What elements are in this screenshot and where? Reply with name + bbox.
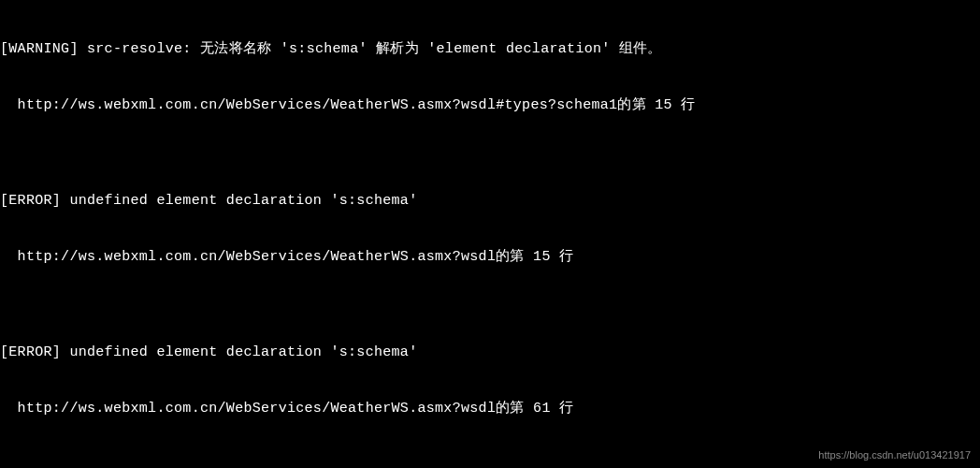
log-line: [ERROR] undefined element declaration 's…	[0, 192, 980, 211]
log-line: [ERROR] undefined element declaration 's…	[0, 344, 980, 362]
log-line: http://ws.webxml.com.cn/WebServices/Weat…	[0, 400, 980, 418]
log-line: http://ws.webxml.com.cn/WebServices/Weat…	[0, 248, 980, 267]
log-line: http://ws.webxml.com.cn/WebServices/Weat…	[0, 96, 980, 115]
watermark-text: https://blog.csdn.net/u013421917	[818, 448, 971, 462]
terminal-output: [WARNING] src-resolve: 无法将名称 's:schema' …	[0, 2, 980, 468]
log-line: [WARNING] src-resolve: 无法将名称 's:schema' …	[0, 40, 980, 59]
